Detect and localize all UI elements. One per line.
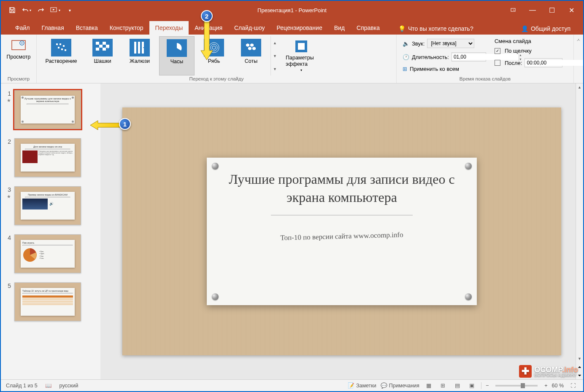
notes-icon: 📝 (348, 382, 354, 389)
gallery-scroll: ▲ ▼ ▼ (270, 36, 279, 75)
current-slide[interactable]: Лучшие программы для записи видео с экра… (122, 107, 561, 355)
ribbon-options-button[interactable] (505, 4, 522, 16)
tell-me-search[interactable]: 💡Что вы хотите сделать? (394, 23, 478, 35)
rivet-decoration (465, 163, 472, 169)
transition-blinds[interactable]: Жалюзи (122, 36, 157, 75)
ribbon-group-timing: 🔈Звук: [Нет звука] 🕐Длительность: ▲▼ ⊞Пр… (397, 35, 574, 83)
tab-design[interactable]: Конструктор (104, 21, 149, 35)
svg-rect-15 (106, 45, 109, 48)
rivet-decoration (212, 163, 219, 169)
zoom-in-button[interactable]: + (544, 383, 547, 389)
comments-button[interactable]: 💬Примечания (381, 382, 419, 389)
sound-icon: 🔈 (403, 40, 409, 47)
minimize-button[interactable]: — (524, 4, 541, 16)
slide-counter[interactable]: Слайд 1 из 5 (6, 383, 38, 389)
vertical-scrollbar[interactable]: ▲ ▼ ⏶ ⏷ (576, 83, 583, 379)
tab-insert[interactable]: Вставка (70, 21, 104, 35)
slide-subtitle-text[interactable]: Топ-10 по версии сайта www.ocomp.info (224, 229, 460, 244)
undo-button[interactable]: ▾ (20, 4, 33, 16)
tab-help[interactable]: Справка (351, 21, 386, 35)
duration-spinner[interactable]: ▲▼ (452, 52, 486, 62)
slide-title-text[interactable]: Лучшие программы для записи видео с экра… (224, 170, 460, 207)
svg-rect-6 (59, 43, 61, 45)
tab-review[interactable]: Рецензирование (271, 21, 328, 35)
status-bar: Слайд 1 из 5 📖 русский 📝Заметки 💬Примеча… (1, 379, 583, 391)
tab-view[interactable]: Вид (328, 21, 351, 35)
svg-rect-14 (99, 45, 103, 48)
share-button[interactable]: 👤Общий доступ (517, 23, 575, 35)
slideshow-qat-button[interactable]: ▾ (49, 4, 62, 16)
save-button[interactable] (6, 4, 19, 16)
redo-button[interactable] (35, 4, 47, 16)
svg-rect-33 (298, 43, 305, 50)
spellcheck-icon[interactable]: 📖 (45, 382, 52, 389)
tab-transitions[interactable]: Переходы (149, 21, 189, 35)
ribbon-tabs: Файл Главная Вставка Конструктор Переход… (1, 19, 583, 35)
watermark-logo-icon: ✚ (519, 365, 532, 378)
zoom-slider[interactable] (495, 385, 538, 387)
notes-button[interactable]: 📝Заметки (348, 382, 376, 389)
sorter-view-button[interactable]: ⊞ (438, 381, 448, 390)
svg-rect-13 (103, 42, 106, 45)
callout-badge-2: 2 (201, 10, 213, 22)
svg-rect-9 (61, 48, 63, 50)
svg-rect-20 (138, 42, 140, 54)
slide-thumbnail-3[interactable]: Пример записи видео из BANDICAM🔊 (14, 186, 81, 225)
duration-icon: 🕐 (403, 54, 409, 60)
transition-honeycomb[interactable]: Соты (233, 36, 269, 75)
callout-badge-1: 1 (119, 118, 131, 130)
svg-rect-17 (103, 48, 106, 51)
transition-checkerboard[interactable]: Шашки (85, 36, 120, 75)
window-controls: — ☐ ✕ (505, 4, 580, 16)
collapse-ribbon-button[interactable]: ㅅ (574, 35, 583, 83)
fit-to-window-button[interactable]: ⛶ (568, 381, 578, 390)
tab-file[interactable]: Файл (9, 21, 35, 35)
gallery-down[interactable]: ▼ (271, 49, 279, 62)
chevron-down-icon: ▾ (300, 68, 302, 72)
slide-content-card[interactable]: Лучшие программы для записи видео с экра… (207, 158, 477, 305)
slide-divider (271, 215, 413, 215)
transition-clock[interactable]: Часы (159, 36, 195, 75)
effect-options-icon (294, 39, 309, 54)
transition-dissolve[interactable]: Растворение (39, 36, 83, 75)
apply-to-all-button[interactable]: ⊞Применить ко всем (403, 65, 486, 73)
effect-options-button[interactable]: Параметры эффекта ▾ (283, 36, 319, 75)
normal-view-button[interactable]: ▦ (424, 381, 434, 390)
preview-button[interactable]: Просмотр (3, 36, 34, 62)
tab-slideshow[interactable]: Слайд-шоу (228, 21, 271, 35)
zoom-level[interactable]: 60 % (552, 383, 564, 389)
slideshow-view-button[interactable]: ▣ (467, 381, 477, 390)
qat-customize[interactable]: ▾ (63, 4, 76, 16)
checkerboard-icon (92, 39, 113, 56)
language-indicator[interactable]: русский (59, 383, 78, 389)
tab-home[interactable]: Главная (35, 21, 70, 35)
svg-rect-12 (96, 42, 99, 45)
sound-select[interactable]: [Нет звука] (427, 39, 474, 48)
ribbon: Просмотр Просмотр Растворение Шашки Жалю… (1, 35, 583, 83)
scroll-up-button[interactable]: ▲ (576, 83, 583, 91)
gallery-up[interactable]: ▲ (271, 36, 279, 49)
close-button[interactable]: ✕ (563, 4, 580, 16)
slide-editor: Лучшие программы для записи видео с экра… (100, 83, 583, 379)
on-click-checkbox[interactable]: ✓По щелчку (495, 47, 563, 55)
scroll-down-button[interactable]: ▼ (576, 355, 583, 362)
after-checkbox[interactable] (495, 60, 500, 66)
rivet-decoration (465, 293, 472, 300)
watermark: ✚ OCOMP.info ВОПРОСЫ АДМИНУ (519, 365, 578, 378)
share-icon: 👤 (521, 25, 528, 32)
maximize-button[interactable]: ☐ (543, 4, 560, 16)
slide-thumbnail-2[interactable]: Для записи видео из игрСпециальная прогр… (14, 138, 81, 177)
quick-access-toolbar: ▾ ▾ ▾ (1, 4, 76, 16)
title-bar: ▾ ▾ ▾ Презентация1 - PowerPoint — ☐ ✕ (1, 1, 583, 19)
svg-rect-8 (58, 47, 59, 48)
after-spinner[interactable]: ▲▼ (525, 58, 562, 67)
slide-thumbnail-4[interactable]: Пие-играть• Про• Удоб• Хор• Сжа (14, 234, 81, 273)
slide-thumbnail-1[interactable]: Лучшие программы для записи видео с экра… (14, 90, 81, 129)
preview-icon (11, 39, 26, 52)
gallery-more[interactable]: ▼ (271, 62, 279, 75)
slide-thumbnail-5[interactable]: Таблица 10: ничуть не ЦП по происхожде в… (14, 282, 81, 321)
zoom-out-button[interactable]: − (486, 383, 489, 389)
dissolve-icon (51, 39, 71, 56)
reading-view-button[interactable]: ▤ (452, 381, 462, 390)
svg-rect-5 (56, 43, 58, 45)
